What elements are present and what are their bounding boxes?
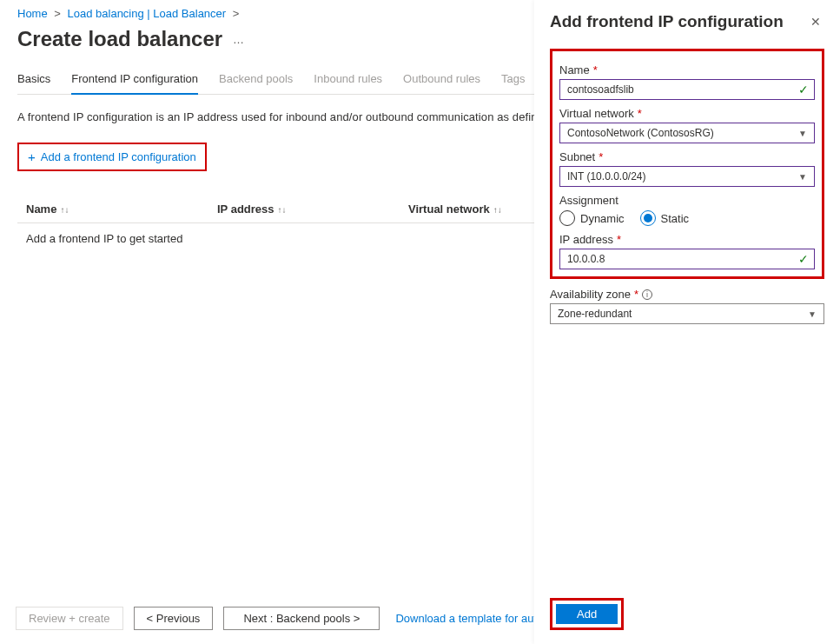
add-button[interactable]: Add <box>556 604 618 624</box>
panel-title: Add frontend IP configuration <box>550 12 784 31</box>
subnet-label: Subnet* <box>559 150 815 163</box>
ip-input[interactable]: 10.0.0.8 ✓ <box>559 249 815 269</box>
subnet-select[interactable]: INT (10.0.0.0/24) ▼ <box>559 166 815 187</box>
add-frontend-ip-panel: Add frontend IP configuration ✕ Name* co… <box>534 0 840 644</box>
assignment-label: Assignment <box>559 194 815 207</box>
add-frontend-ip-label: Add a frontend IP configuration <box>41 150 196 163</box>
az-select[interactable]: Zone-redundant ▼ <box>550 303 824 324</box>
tab-tags[interactable]: Tags <box>501 72 525 94</box>
tab-basics[interactable]: Basics <box>17 72 50 94</box>
close-icon[interactable]: ✕ <box>807 12 824 31</box>
chevron-down-icon: ▼ <box>798 172 807 182</box>
sort-icon: ↑↓ <box>60 205 69 215</box>
next-button[interactable]: Next : Backend pools > <box>223 607 380 630</box>
vnet-label: Virtual network* <box>559 107 815 120</box>
highlighted-form-group: Name* contosoadfslib ✓ Virtual network* … <box>550 49 824 279</box>
previous-button[interactable]: < Previous <box>134 607 214 630</box>
breadcrumb-load-balancing[interactable]: Load balancing | Load Balancer <box>68 7 227 20</box>
add-frontend-ip-button[interactable]: + Add a frontend IP configuration <box>17 143 207 171</box>
chevron-down-icon: ▼ <box>808 309 817 319</box>
vnet-select[interactable]: ContosoNetwork (ContososRG) ▼ <box>559 123 815 143</box>
az-label: Availability zone* i <box>550 288 824 301</box>
breadcrumb-home[interactable]: Home <box>17 7 48 20</box>
assignment-dynamic-radio[interactable]: Dynamic <box>559 210 625 226</box>
more-icon[interactable]: … <box>233 33 245 46</box>
tab-backend-pools[interactable]: Backend pools <box>219 72 293 94</box>
col-header-ip[interactable]: IP address↑↓ <box>208 196 400 223</box>
page-title: Create load balancer <box>17 27 222 51</box>
tab-inbound-rules[interactable]: Inbound rules <box>314 72 382 94</box>
review-create-button: Review + create <box>16 607 123 630</box>
tab-outbound-rules[interactable]: Outbound rules <box>403 72 480 94</box>
tab-frontend-ip[interactable]: Frontend IP configuration <box>71 72 198 94</box>
plus-icon: + <box>28 150 36 163</box>
info-icon[interactable]: i <box>642 289 652 300</box>
name-input[interactable]: contosoadfslib ✓ <box>559 79 815 100</box>
ip-label: IP address* <box>559 233 815 246</box>
check-icon: ✓ <box>798 252 809 266</box>
sort-icon: ↑↓ <box>278 205 287 215</box>
assignment-static-radio[interactable]: Static <box>640 210 690 226</box>
name-label: Name* <box>559 63 815 76</box>
chevron-down-icon: ▼ <box>798 129 807 138</box>
check-icon: ✓ <box>798 83 809 96</box>
col-header-name[interactable]: Name↑↓ <box>17 196 208 223</box>
sort-icon: ↑↓ <box>493 205 502 215</box>
